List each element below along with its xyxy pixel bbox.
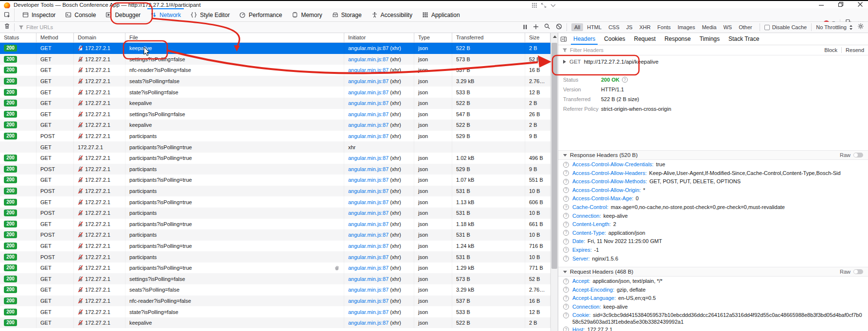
help-icon[interactable]: ? [563,213,569,219]
table-row[interactable]: 200GET172.27.2.1participants?isPolling=t… [0,174,550,186]
help-icon[interactable]: ? [563,304,569,310]
table-row[interactable]: 200GET172.27.2.1state?isPolling=falseang… [0,306,550,317]
help-icon[interactable]: ? [563,162,569,168]
type-filter-media[interactable]: Media [699,23,719,31]
header-name[interactable]: Expires: [572,247,592,253]
header-name[interactable]: Content-Type: [572,230,606,236]
column-header-status[interactable]: Status [0,33,36,42]
initiator-link[interactable]: angular.min.js:87 [348,309,389,315]
request-headers-section[interactable]: Request Headers (468 B) Raw [558,267,868,277]
initiator-link[interactable]: angular.min.js:87 [348,122,389,128]
resend-button[interactable]: Resend [846,47,864,53]
initiator-link[interactable]: angular.min.js:87 [348,89,389,95]
panel-tab-stack-trace[interactable]: Stack Trace [724,33,763,45]
table-row[interactable]: 200GET172.27.2.1keepaliveangular.min.js:… [0,317,550,329]
initiator-link[interactable]: angular.min.js:87 [348,56,389,62]
help-icon[interactable]: ? [563,313,569,318]
clear-requests-icon[interactable] [4,23,10,32]
header-name[interactable]: Access-Control-Allow-Headers: [572,170,647,176]
type-filter-css[interactable]: CSS [605,23,622,31]
type-filter-ws[interactable]: WS [720,23,735,31]
table-row[interactable]: 200GET172.27.2.1participants?isPolling=t… [0,196,550,208]
type-filter-images[interactable]: Images [674,23,698,31]
help-icon[interactable]: ? [563,256,569,261]
header-name[interactable]: Connection: [572,304,601,310]
close-button[interactable] [857,1,863,7]
table-row[interactable]: 200GET172.27.2.1keepaliveangular.min.js:… [0,98,550,109]
header-row[interactable]: ?Expires:-1 [558,246,868,255]
caret-down-icon[interactable] [563,154,567,157]
table-row[interactable]: 200GET172.27.2.1participants?isPolling=t… [0,262,550,274]
raw-toggle[interactable] [853,269,863,274]
initiator-link[interactable]: angular.min.js:87 [348,177,389,183]
help-icon[interactable]: ? [622,77,628,83]
help-icon[interactable]: ? [563,279,569,284]
initiator-link[interactable]: angular.min.js:87 [348,199,389,205]
initiator-link[interactable]: angular.min.js:87 [348,232,389,238]
initiator-link[interactable]: angular.min.js:87 [348,254,389,260]
tab-application[interactable]: Application [417,8,465,21]
column-header-domain[interactable]: Domain [74,33,125,42]
type-filter-html[interactable]: HTML [584,23,604,31]
header-name[interactable]: Host: [572,327,585,331]
tab-debugger[interactable]: Debugger [101,8,145,21]
search-icon[interactable] [544,23,550,32]
caret-down-icon[interactable] [563,271,567,273]
header-name[interactable]: Connection: [572,213,601,219]
restore-button[interactable] [838,1,844,7]
header-name[interactable]: Accept: [572,278,590,284]
help-icon[interactable]: ? [563,239,569,244]
table-row[interactable]: 200GET172.27.2.1seats?isPolling=falseang… [0,284,550,296]
help-icon[interactable]: ? [563,179,569,185]
table-row[interactable]: 200GET172.27.2.1state?isPolling=falseang… [0,87,550,98]
throttling-dropdown[interactable]: No Throttling [816,24,853,30]
pick-element-icon[interactable] [0,8,15,21]
type-filter-js[interactable]: JS [623,23,636,31]
table-row[interactable]: 200GET172.27.2.1participants?isPolling=t… [0,219,550,230]
tab-storage[interactable]: Storage [327,8,367,21]
header-name[interactable]: Access-Control-Max-Age: [572,195,633,201]
header-row[interactable]: ?Cookie:sid=3c9cbc9dd415384059537b10ebcd… [558,311,868,326]
help-icon[interactable]: ? [563,287,569,293]
header-row[interactable]: ?Cache-Control:max-age=0,no-cache,no-sto… [558,203,868,212]
table-row[interactable]: 200GET172.27.2.1nfc-reader?isPolling=fal… [0,296,550,307]
initiator-link[interactable]: angular.min.js:87 [348,166,389,172]
checkbox-icon[interactable] [764,25,770,30]
header-row[interactable]: ?Access-Control-Allow-Origin:* [558,186,868,195]
type-filter-all[interactable]: All [571,23,583,31]
scroll-up-button[interactable] [551,33,558,40]
filter-urls-input[interactable]: Filter URLs [18,24,53,30]
tab-console[interactable]: Console [60,8,101,21]
header-row[interactable]: ?Access-Control-Allow-Credentials:true [558,160,868,169]
header-row[interactable]: ?Host:172.27.2.1 [558,326,868,331]
panel-tab-cookies[interactable]: Cookies [600,33,629,45]
initiator-link[interactable]: angular.min.js:87 [348,221,389,227]
help-icon[interactable]: ? [563,247,569,253]
table-row[interactable]: 200POST172.27.2.1participantsangular.min… [0,164,550,175]
column-header-size[interactable]: Size [525,33,550,42]
initiator-link[interactable]: angular.min.js:87 [348,320,389,326]
header-row[interactable]: ?Date:Fri, 11 Nov 2022 11:25:00 GMT [558,237,868,246]
tab-accessibility[interactable]: Accessibility [367,8,417,21]
help-icon[interactable]: ? [563,170,569,176]
type-filter-fonts[interactable]: Fonts [655,23,674,31]
header-row[interactable]: ?Access-Control-Allow-Headers:Keep-Alive… [558,169,868,178]
column-header-type[interactable]: Type [414,33,452,42]
table-row[interactable]: 200POST172.27.2.1participantsangular.min… [0,229,550,241]
tab-memory[interactable]: Memory [287,8,327,21]
raw-toggle[interactable] [853,153,863,157]
initiator-link[interactable]: angular.min.js:87 [348,45,389,51]
initiator-link[interactable]: angular.min.js:87 [348,243,389,249]
disclosure-triangle-icon[interactable] [563,60,566,64]
header-name[interactable]: Access-Control-Allow-Methods: [572,178,647,184]
tab-inspector[interactable]: Inspector [18,8,60,21]
table-row[interactable]: 200GET172.27.2.1participants?isPolling=t… [0,241,550,252]
block-icon[interactable] [556,23,562,32]
panel-tab-response[interactable]: Response [660,33,695,45]
table-row[interactable]: 200GET172.27.2.1keepaliveangular.min.js:… [0,120,550,131]
panel-tab-request[interactable]: Request [630,33,660,45]
table-row[interactable]: 200GET172.27.2.1settings?isPolling=false… [0,109,550,120]
table-row[interactable]: 200POST172.27.2.1participantsangular.min… [0,208,550,219]
header-row[interactable]: ?Access-Control-Max-Age:0 [558,194,868,203]
help-icon[interactable]: ? [563,187,569,193]
